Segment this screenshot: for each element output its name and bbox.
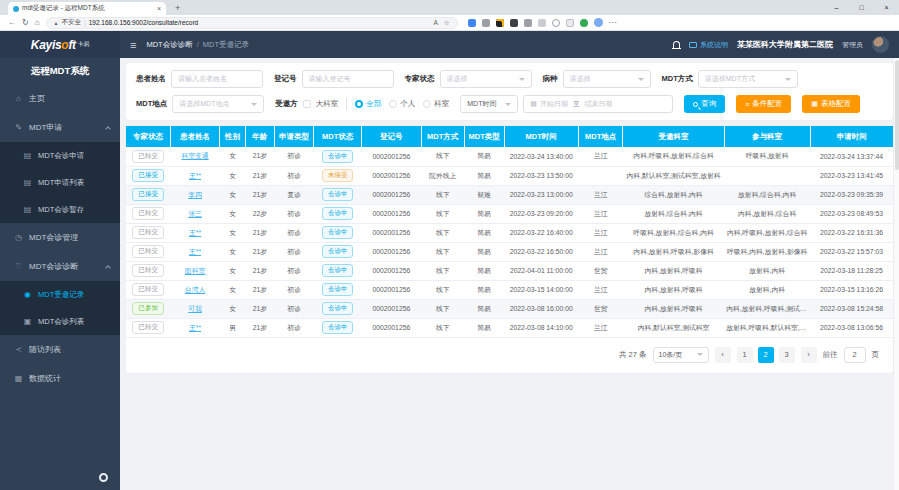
chevron-down-icon	[638, 78, 644, 81]
table-row[interactable]: 已参加可我女21岁初诊会诊中0002001256线下简易2022-03-08 1…	[126, 299, 893, 318]
maximize-button[interactable]: □	[849, 0, 874, 15]
mdt-mode-select[interactable]: 请选择MDT方式	[698, 70, 798, 88]
system-help-link[interactable]: 系统说明	[689, 40, 728, 50]
browser-tab[interactable]: mdt受邀记录 - 远程MDT系统 ×	[8, 2, 166, 15]
reg-no-input[interactable]: 请输入登记号	[302, 70, 394, 88]
cell: 21岁	[246, 280, 274, 299]
patient-link[interactable]: 王**	[189, 324, 201, 331]
big-dept-checkbox[interactable]	[303, 100, 311, 108]
new-tab-button[interactable]: +	[175, 2, 180, 15]
goto-page-input[interactable]: 2	[844, 347, 866, 363]
expert-status-select[interactable]: 请选择	[440, 70, 532, 88]
table-row[interactable]: 已接受李四女21岁复诊会诊中0002001256线下疑难2022-03-23 1…	[126, 185, 893, 204]
page-button[interactable]: 1	[737, 347, 753, 363]
patient-name-input[interactable]: 请输入患者姓名	[171, 70, 263, 88]
patient-link[interactable]: 台湾人	[185, 286, 205, 293]
url-bar[interactable]: ▲ 不安全 | 192.168.0.156:9002/consultate/re…	[46, 17, 458, 29]
patient-link[interactable]: 可我	[188, 305, 202, 312]
search-button[interactable]: 查询	[684, 95, 725, 113]
mdt-time-select[interactable]: MDT时间	[460, 95, 518, 113]
cell: 初诊	[274, 204, 314, 223]
radio-label: 科室	[434, 99, 449, 109]
table-row[interactable]: 已转交科室变通女21岁初诊会诊中0002001256线下简易2022-03-24…	[126, 147, 893, 166]
sidebar-item[interactable]: ◉MDT受邀记录	[0, 281, 120, 308]
cell: 已转交	[126, 318, 170, 337]
browser-home-icon[interactable]: ⌂	[35, 18, 40, 27]
chevron-down-icon	[519, 78, 525, 81]
sidebar-item[interactable]: ≺随访列表	[0, 335, 120, 364]
sidebar-item[interactable]: ▣MDT会诊列表	[0, 308, 120, 335]
minimize-button[interactable]: –	[824, 0, 849, 15]
disease-select[interactable]: 请选择	[563, 70, 651, 88]
back-icon[interactable]: ←	[8, 18, 16, 27]
condition-config-button[interactable]: ≡ 条件配置	[736, 95, 791, 113]
cell: 初诊	[274, 280, 314, 299]
page-size-select[interactable]: 10条/页	[653, 347, 709, 363]
invitee-radio[interactable]: 个人	[389, 99, 415, 109]
sidebar-item[interactable]: ▤MDT会诊暂存	[0, 196, 120, 223]
invitee-radio[interactable]: 科室	[423, 99, 449, 109]
extension-icon[interactable]	[510, 19, 518, 27]
sidebar-item[interactable]: ♡MDT会诊诊断	[0, 252, 120, 281]
cell: 兰江	[578, 280, 622, 299]
sidebar-item[interactable]: ▤MDT申请列表	[0, 169, 120, 196]
notification-bell-icon[interactable]	[673, 41, 680, 48]
cell: 初诊	[274, 223, 314, 242]
patient-link[interactable]: 张三	[188, 210, 202, 217]
patient-link[interactable]: 李四	[188, 191, 202, 198]
read-aloud-icon[interactable]: A	[433, 19, 437, 26]
table-row[interactable]: 已接受王**女21岁初诊未接受0002001256院外线上简易2022-03-2…	[126, 166, 893, 185]
collapse-menu-icon[interactable]: ≡	[130, 39, 136, 51]
extension-icon[interactable]	[524, 19, 532, 27]
page-button[interactable]: 2	[758, 347, 774, 363]
date-range-input[interactable]: ▦ 开始日期 至 结束日期	[523, 95, 673, 113]
disease-label: 病种	[543, 74, 558, 84]
patient-link[interactable]: 科室变通	[181, 152, 208, 159]
user-avatar[interactable]	[872, 36, 889, 53]
table-row[interactable]: 已转交王**女21岁初诊会诊中0002001256线下简易2022-03-22 …	[126, 242, 893, 261]
cell: 女	[220, 185, 246, 204]
tab-close-icon[interactable]: ×	[157, 5, 161, 12]
browser-profile-icon[interactable]	[594, 18, 603, 27]
invitee-radio[interactable]: 全部	[355, 99, 381, 109]
sidebar-item[interactable]: ▦数据统计	[0, 364, 120, 393]
browser-menu-icon[interactable]: ⋯	[609, 18, 617, 27]
extension-icon[interactable]	[468, 19, 476, 27]
breadcrumb-root[interactable]: MDT会诊诊断	[146, 40, 192, 50]
sidebar-item[interactable]: ▤MDT会诊申请	[0, 142, 120, 169]
extension-icon[interactable]	[538, 19, 546, 27]
split-screen-icon[interactable]	[566, 19, 574, 27]
table-row[interactable]: 已转交图科室女21岁初诊会诊中0002001256线下简易2022-04-01 …	[126, 261, 893, 280]
table-row[interactable]: 已转交王**男21岁初诊会诊中0002001256线下简易2022-03-08 …	[126, 318, 893, 337]
extension-icon[interactable]	[496, 19, 504, 27]
sidebar-item[interactable]: ◷MDT会诊管理	[0, 223, 120, 252]
close-window-button[interactable]: ×	[874, 0, 899, 15]
table-row[interactable]: 已转交张三女22岁初诊会诊中0002001256线下简易2022-03-23 0…	[126, 204, 893, 223]
mdt-place-select[interactable]: 请选择MDT地点	[172, 95, 264, 113]
patient-link[interactable]: 图科室	[185, 267, 205, 274]
sidebar-item[interactable]: ✎MDT申请	[0, 113, 120, 142]
patient-link[interactable]: 王**	[189, 229, 201, 236]
next-page-button[interactable]: ›	[801, 347, 817, 363]
extension-icon[interactable]	[552, 19, 560, 27]
patient-link[interactable]: 王**	[189, 172, 201, 179]
status-badge: 已接受	[132, 169, 164, 183]
cell: 2022-03-15 14:00:00	[504, 280, 578, 299]
extension-icon[interactable]	[482, 19, 490, 27]
cell: 线下	[421, 318, 464, 337]
url-text: 192.168.0.156:9002/consultate/record	[89, 19, 199, 26]
page-button[interactable]: 3	[779, 347, 795, 363]
reload-icon[interactable]: ↻	[22, 18, 29, 27]
extension-icon[interactable]	[580, 19, 588, 27]
page-numbers: 123	[737, 347, 795, 363]
patient-link[interactable]: 王**	[189, 248, 201, 255]
table-config-button[interactable]: ▦ 表格配置	[802, 95, 860, 113]
table-row[interactable]: 已转交王**女21岁初诊会诊中0002001256线下简易2022-03-22 …	[126, 223, 893, 242]
favorite-star-icon[interactable]: ☆	[444, 19, 450, 27]
sidebar-item[interactable]: ⌂主页	[0, 84, 120, 113]
settings-gear-icon[interactable]	[99, 473, 108, 482]
scrollbar-thumb[interactable]	[895, 60, 899, 170]
cell: 王**	[170, 223, 219, 242]
table-row[interactable]: 已转交台湾人女21岁初诊会诊中0002001256线下简易2022-03-15 …	[126, 280, 893, 299]
prev-page-button[interactable]: ‹	[715, 347, 731, 363]
